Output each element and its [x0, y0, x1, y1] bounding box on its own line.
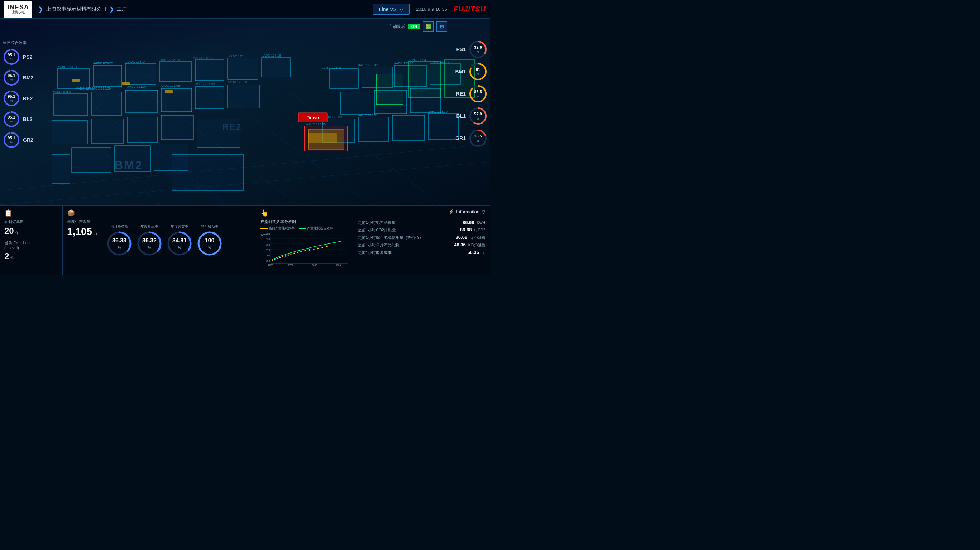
svg-text:#ADC 123.10: #ADC 123.10 — [228, 80, 247, 84]
line-vs-label: Line VS — [379, 6, 397, 12]
svg-point-130 — [300, 251, 302, 252]
right-metric-label-ps1: PS1 — [457, 46, 466, 52]
info-rows: 之前1小时电力消费量 86.68 KWH 之前1小时CO2排出量 86.68 ㎏… — [358, 220, 485, 255]
svg-text:160: 160 — [266, 254, 270, 257]
svg-rect-16 — [126, 90, 158, 113]
svg-rect-7 — [57, 69, 89, 89]
breadcrumb: 上海仪电显示材料有限公司 ❯ 工厂 — [46, 6, 127, 13]
orders-unit1: 个 — [16, 230, 19, 235]
info-row: 之前1小时能源成本 56.36 元 — [358, 250, 485, 255]
svg-rect-10 — [159, 62, 192, 81]
svg-text:#ADC 123.13: #ADC 123.13 — [160, 58, 180, 62]
3d-scene[interactable]: 自动旋转 ON 💹 ⊞ — [0, 19, 490, 205]
svg-rect-13 — [262, 57, 290, 77]
svg-rect-23 — [161, 115, 194, 139]
legend-item1: 当前产量能耗效率 — [261, 226, 294, 231]
gauges-section: 当月负荷质 36.33 % 年度良品率 36.32 % 年度废弃率 — [102, 206, 256, 275]
gauges-row: 当月负荷质 36.33 % 年度良品率 36.32 % 年度废弃率 — [107, 209, 251, 271]
chart-legend: 当前产量能耗效率 产量能耗最佳效率 — [261, 226, 348, 231]
svg-text:#ADC 123.07: #ADC 123.07 — [127, 85, 146, 89]
svg-rect-49 — [308, 133, 337, 143]
left-metrics: 当日综合效率 95.1 % PS2 95.1 % BM2 — [3, 40, 34, 152]
left-metric-row: 95.1 % PS2 — [3, 48, 34, 65]
svg-rect-41 — [409, 62, 441, 97]
svg-rect-38 — [358, 117, 389, 141]
production-section: 📦 年度生产数量 1,105 万 — [63, 206, 102, 275]
gauge-circle: 36.33 % — [107, 231, 132, 257]
breadcrumb-sep1: ❯ — [109, 6, 114, 13]
orders-value1: 20 — [4, 226, 14, 236]
breadcrumb-factory: 工厂 — [117, 6, 127, 13]
svg-rect-18 — [195, 87, 224, 109]
svg-rect-24 — [72, 147, 111, 173]
auto-rotate-state[interactable]: ON — [409, 24, 420, 29]
svg-text:#AHC 123.41: #AHC 123.41 — [409, 58, 428, 62]
gauge-item: 年度废弃率 34.81 % — [167, 224, 192, 257]
gauge-title: 当月移动率 — [200, 224, 219, 229]
info-unit: ㎏CO2 — [474, 228, 485, 232]
circle-gauge-bm2: 95.1 % — [3, 69, 20, 86]
line-vs-button[interactable]: Line VS ▽ — [373, 4, 410, 15]
auto-rotate-control: 自动旋转 ON 💹 ⊞ — [388, 22, 447, 32]
info-key: 之前1小时综合能源使用量（等价值） — [358, 235, 423, 240]
right-metric-label-bl1: BL1 — [457, 113, 466, 119]
svg-point-131 — [305, 250, 306, 251]
right-metric-label-gr1: GR1 — [455, 135, 466, 141]
circle-gauge-re2: 95.1 % — [3, 90, 20, 107]
svg-rect-15 — [91, 92, 122, 115]
info-dropdown-icon[interactable]: ▽ — [482, 209, 485, 214]
svg-point-123 — [280, 257, 281, 258]
svg-point-136 — [326, 246, 328, 247]
scene-icon-btn2[interactable]: ⊞ — [436, 22, 447, 32]
svg-text:170: 170 — [266, 249, 270, 251]
orders-icon: 📋 — [4, 209, 58, 217]
info-unit: ㎏折/油槽 — [470, 236, 485, 239]
svg-rect-20 — [52, 120, 88, 144]
info-key: 之前1小时单片产品能耗 — [358, 243, 399, 248]
right-metric-row: BM1 81 % — [455, 62, 487, 81]
info-key: 之前1小时电力消费量 — [358, 220, 396, 225]
left-metric-row: 95.1 % RE2 — [3, 90, 34, 107]
svg-text:#ADC 123 05: #ADC 123 05 — [53, 90, 72, 94]
svg-point-125 — [285, 255, 286, 257]
svg-point-120 — [272, 260, 273, 262]
info-value: 56.36 — [467, 250, 479, 255]
right-metric-label-bm1: BM1 — [455, 69, 466, 74]
right-circle-gauge-re1: 86.5 % — [469, 84, 487, 103]
right-metric-label-re1: RE1 — [456, 91, 466, 97]
svg-rect-21 — [91, 119, 124, 143]
gauge-circle: 100 % — [197, 231, 223, 257]
svg-point-124 — [282, 256, 283, 257]
scene-icon-btn1[interactable]: 💹 — [423, 22, 434, 32]
svg-rect-11 — [195, 60, 224, 81]
left-metric-row: 95.1 % BL2 — [3, 111, 34, 128]
info-unit: KWH — [477, 221, 485, 225]
info-key: 之前1小时能源成本 — [358, 250, 391, 255]
svg-text:#AHC 123.31: #AHC 123.31 — [358, 114, 378, 117]
datetime: 2016.9.9 10 35 — [416, 6, 447, 12]
svg-rect-27 — [52, 155, 70, 183]
info-row: 之前1小时综合能源使用量（等价值） 86.68 ㎏折/油槽 — [358, 235, 485, 240]
gauge-title: 年度良品率 — [140, 224, 158, 229]
svg-text:#ABC 123.16: #ABC 123.16 — [394, 62, 414, 65]
info-header: ⚡ Information ▽ — [358, 209, 485, 217]
building-scene: BM2 RE2 #ABC 123.01 #ADC 123.05 #ADC 123… — [0, 19, 490, 205]
lightning-icon: ⚡ — [448, 209, 454, 214]
svg-rect-12 — [228, 58, 258, 79]
production-label: 年度生产数量 — [67, 219, 97, 225]
svg-point-134 — [317, 247, 318, 249]
left-metric-row: 95.1 % BM2 — [3, 69, 34, 86]
svg-text:#AHC 123.30: #AHC 123.30 — [306, 122, 326, 126]
svg-rect-30 — [330, 69, 358, 89]
svg-text:#ADC 123.16: #ADC 123.16 — [262, 54, 281, 57]
info-title: Information — [456, 209, 479, 214]
right-circle-gauge-ps1: 32.6 % — [469, 40, 487, 59]
svg-text:150: 150 — [266, 260, 270, 262]
chevron-right-icon: ❯ — [38, 5, 43, 13]
svg-point-128 — [293, 253, 295, 254]
logo: INESA 上海仪电 — [4, 1, 32, 18]
gauge-title: 年度废弃率 — [170, 224, 188, 229]
svg-point-126 — [287, 254, 289, 256]
svg-rect-8 — [93, 65, 122, 87]
down-label: Down — [306, 115, 319, 120]
